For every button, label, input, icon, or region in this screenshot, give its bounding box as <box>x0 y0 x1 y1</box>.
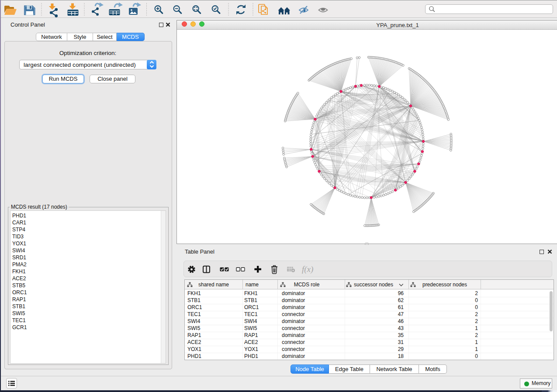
svg-text:f(x): f(x) <box>302 265 313 274</box>
